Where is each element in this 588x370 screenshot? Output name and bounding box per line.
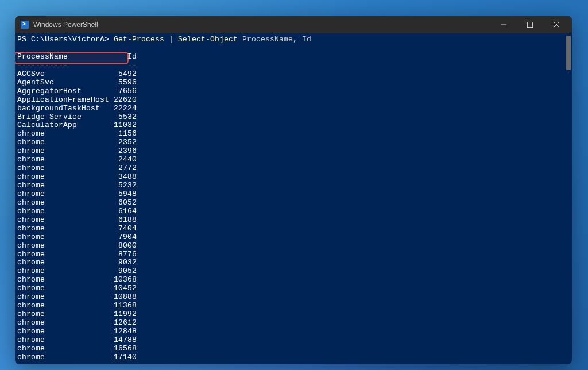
terminal-content[interactable]: PS C:\Users\VictorA> Get-Process | Selec… — [15, 33, 572, 362]
table-row: chrome 9052 — [17, 267, 572, 276]
table-row: CalculatorApp 11032 — [17, 121, 572, 130]
close-button[interactable] — [543, 16, 570, 33]
table-row: chrome 3488 — [17, 173, 572, 182]
table-row: AgentSvc 5596 — [17, 79, 572, 87]
powershell-icon — [21, 21, 29, 29]
table-row: chrome 2772 — [17, 164, 572, 173]
window-controls — [490, 16, 570, 33]
table-row: AggregatorHost 7656 — [17, 87, 572, 96]
vertical-scrollbar[interactable] — [566, 36, 571, 70]
table-row: chrome 6052 — [17, 199, 572, 207]
table-row: chrome 9032 — [17, 259, 572, 267]
blank-line — [17, 44, 572, 53]
table-row: chrome 5232 — [17, 182, 572, 190]
table-row: chrome 7404 — [17, 225, 572, 233]
table-row: chrome 6164 — [17, 207, 572, 216]
table-row: chrome 17140 — [17, 353, 572, 362]
command-args: ProcessName, Id — [238, 35, 311, 44]
titlebar[interactable]: Windows PowerShell — [15, 16, 572, 33]
minimize-button[interactable] — [490, 16, 517, 33]
cmdlet-get-process: Get-Process — [114, 35, 164, 44]
table-row: chrome 12848 — [17, 327, 572, 336]
table-row: chrome 5948 — [17, 190, 572, 199]
table-row: chrome 7904 — [17, 233, 572, 242]
table-row: chrome 11992 — [17, 310, 572, 319]
window-title: Windows PowerShell — [33, 21, 490, 29]
cmdlet-select-object: Select-Object — [178, 35, 238, 44]
table-row: chrome 8776 — [17, 250, 572, 259]
table-divider: ----------- -- — [17, 61, 572, 70]
table-row: chrome 10368 — [17, 276, 572, 284]
table-row: chrome 2396 — [17, 147, 572, 156]
table-row: chrome 12612 — [17, 319, 572, 327]
powershell-window: Windows PowerShell PS C:\Users\VictorA> … — [15, 16, 572, 364]
command-line: PS C:\Users\VictorA> Get-Process | Selec… — [17, 36, 572, 44]
pipe-operator: | — [164, 35, 178, 44]
table-row: ApplicationFrameHost 22620 — [17, 96, 572, 105]
table-row: ACCSvc 5492 — [17, 70, 572, 79]
table-row: chrome 16568 — [17, 345, 572, 353]
table-row: backgroundTaskHost 22224 — [17, 105, 572, 113]
table-row: chrome 6188 — [17, 216, 572, 225]
table-row: chrome 10452 — [17, 284, 572, 293]
prompt-path: PS C:\Users\VictorA> — [17, 35, 114, 44]
table-row: chrome 2440 — [17, 156, 572, 164]
table-row: chrome 1156 — [17, 130, 572, 138]
table-header: ProcessName Id — [17, 53, 572, 61]
table-row: chrome 10888 — [17, 293, 572, 302]
table-row: chrome 8000 — [17, 242, 572, 250]
svg-rect-1 — [528, 22, 533, 28]
table-row: chrome 11368 — [17, 302, 572, 310]
table-row: Bridge_Service 5532 — [17, 113, 572, 122]
table-row: chrome 2352 — [17, 138, 572, 147]
maximize-button[interactable] — [517, 16, 543, 33]
table-row: chrome 14788 — [17, 336, 572, 345]
